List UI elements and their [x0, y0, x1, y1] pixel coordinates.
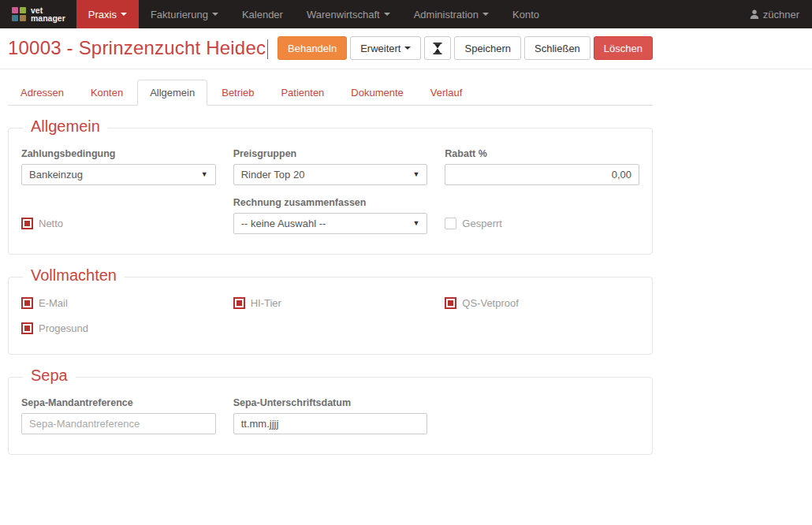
- hi-tier-label: HI-Tier: [251, 297, 281, 309]
- checkbox-unchecked-icon: [445, 218, 456, 229]
- qs-vetproof-label: QS-Vetproof: [462, 297, 519, 309]
- select-caret-icon: ▼: [412, 171, 419, 178]
- user-menu[interactable]: züchner: [750, 0, 812, 28]
- chevron-down-icon: [404, 47, 411, 50]
- hourglass-icon: [433, 43, 442, 54]
- record-tabs: Adressen Konten Allgemein Betrieb Patien…: [8, 80, 653, 106]
- field-preisgruppen: Preisgruppen Rinder Top 20 ▼: [233, 148, 428, 185]
- vetmanager-logo-icon: [12, 7, 26, 21]
- chevron-down-icon: [384, 13, 390, 16]
- behandeln-button[interactable]: Behandeln: [277, 36, 347, 60]
- chevron-down-icon: [482, 13, 489, 16]
- nav-item-warenwirtschaft[interactable]: Warenwirtschaft: [295, 0, 402, 28]
- tab-konten[interactable]: Konten: [78, 80, 136, 106]
- speichern-button[interactable]: Speichern: [454, 36, 521, 60]
- checkbox-checked-icon: [233, 297, 245, 309]
- rechnung-zusammenfassen-label: Rechnung zusammenfassen: [233, 197, 428, 208]
- zahlungsbedingung-value: Bankeinzug: [29, 169, 83, 181]
- page-header: 10003 - Sprinzenzucht Heidec Behandeln E…: [0, 28, 812, 69]
- rabatt-input[interactable]: [445, 164, 639, 185]
- rechnung-zusammenfassen-value: -- keine Auswahl --: [241, 218, 326, 229]
- brand-logo[interactable]: vet manager: [0, 0, 76, 28]
- nav-item-label: Praxis: [88, 9, 117, 20]
- tab-adressen[interactable]: Adressen: [8, 80, 76, 106]
- nav-item-kalender[interactable]: Kalender: [230, 0, 295, 28]
- tab-dokumente[interactable]: Dokumente: [338, 80, 415, 106]
- chevron-down-icon: [212, 13, 218, 16]
- hi-tier-checkbox[interactable]: HI-Tier: [233, 297, 428, 309]
- chevron-down-icon: [121, 13, 127, 16]
- brand-text: vet manager: [31, 6, 65, 22]
- netto-checkbox[interactable]: Netto: [21, 218, 216, 229]
- schliessen-button[interactable]: Schließen: [524, 36, 590, 60]
- field-sepa-unterschriftsdatum: Sepa-Unterschriftsdatum: [233, 397, 428, 434]
- nav-item-fakturierung[interactable]: Fakturierung: [139, 0, 230, 28]
- nav-item-label: Warenwirtschaft: [307, 9, 380, 20]
- nav-item-konto[interactable]: Konto: [501, 0, 551, 28]
- select-caret-icon: ▼: [412, 220, 419, 227]
- tab-patienten[interactable]: Patienten: [268, 80, 337, 106]
- preisgruppen-value: Rinder Top 20: [241, 169, 305, 181]
- section-allgemein: Allgemein Zahlungsbedingung Bankeinzug ▼…: [8, 128, 653, 255]
- zahlungsbedingung-label: Zahlungsbedingung: [21, 148, 216, 159]
- erweitert-dropdown-button[interactable]: Erweitert: [350, 36, 421, 60]
- nav-item-praxis[interactable]: Praxis: [76, 0, 139, 28]
- title-text-cursor: [267, 39, 268, 59]
- page-title[interactable]: 10003 - Sprinzenzucht Heidec: [8, 37, 268, 59]
- field-rabatt: Rabatt %: [445, 148, 639, 185]
- section-sepa: Sepa Sepa-Mandantreference Sepa-Untersch…: [8, 377, 653, 455]
- netto-label: Netto: [39, 218, 63, 229]
- field-sepa-mandantreference: Sepa-Mandantreference: [21, 397, 216, 434]
- checkbox-checked-icon: [21, 297, 33, 309]
- nav-item-label: Administration: [414, 9, 479, 20]
- preisgruppen-select[interactable]: Rinder Top 20 ▼: [233, 164, 428, 185]
- section-vollmachten-heading: Vollmachten: [23, 266, 125, 285]
- tab-allgemein[interactable]: Allgemein: [137, 80, 207, 106]
- tab-betrieb[interactable]: Betrieb: [209, 80, 266, 106]
- section-vollmachten: Vollmachten E-Mail HI-Tier QS-Vetproof P…: [8, 277, 653, 355]
- section-sepa-heading: Sepa: [23, 367, 76, 385]
- preisgruppen-label: Preisgruppen: [233, 148, 428, 159]
- zahlungsbedingung-select[interactable]: Bankeinzug ▼: [21, 164, 216, 185]
- progesund-label: Progesund: [39, 322, 88, 334]
- email-checkbox[interactable]: E-Mail: [21, 297, 216, 309]
- checkbox-checked-icon: [445, 297, 456, 309]
- gesperrt-label: Gesperrt: [462, 218, 502, 229]
- username: züchner: [763, 9, 799, 20]
- sepa-unterschriftsdatum-input[interactable]: [233, 413, 428, 434]
- action-buttons: Behandeln Erweitert Speichern Schließen …: [277, 36, 653, 60]
- rechnung-zusammenfassen-select[interactable]: -- keine Auswahl -- ▼: [233, 213, 428, 234]
- tab-verlauf[interactable]: Verlauf: [418, 80, 475, 106]
- field-rechnung-zusammenfassen: Rechnung zusammenfassen -- keine Auswahl…: [233, 197, 428, 234]
- checkbox-checked-icon: [21, 218, 33, 229]
- nav-item-label: Konto: [512, 9, 539, 20]
- qs-vetproof-checkbox[interactable]: QS-Vetproof: [445, 297, 639, 309]
- progesund-checkbox[interactable]: Progesund: [21, 322, 216, 334]
- main-menu: Praxis Fakturierung Kalender Warenwirtsc…: [76, 0, 551, 28]
- rabatt-label: Rabatt %: [445, 148, 639, 159]
- nav-item-administration[interactable]: Administration: [402, 0, 501, 28]
- loeschen-button[interactable]: Löschen: [594, 36, 653, 60]
- sepa-unterschriftsdatum-label: Sepa-Unterschriftsdatum: [233, 397, 428, 408]
- hourglass-button[interactable]: [424, 36, 451, 60]
- nav-item-label: Fakturierung: [151, 9, 208, 20]
- section-allgemein-heading: Allgemein: [23, 117, 108, 136]
- email-label: E-Mail: [39, 297, 68, 309]
- user-icon: [750, 9, 759, 20]
- select-caret-icon: ▼: [201, 171, 208, 178]
- nav-item-label: Kalender: [242, 9, 283, 20]
- field-zahlungsbedingung: Zahlungsbedingung Bankeinzug ▼: [21, 148, 216, 185]
- sepa-mandantreference-input[interactable]: [21, 413, 216, 434]
- gesperrt-checkbox[interactable]: Gesperrt: [445, 218, 639, 229]
- sepa-mandantreference-label: Sepa-Mandantreference: [21, 397, 216, 408]
- erweitert-label: Erweitert: [360, 43, 400, 54]
- checkbox-checked-icon: [21, 322, 33, 334]
- top-navbar: vet manager Praxis Fakturierung Kalender…: [0, 0, 812, 28]
